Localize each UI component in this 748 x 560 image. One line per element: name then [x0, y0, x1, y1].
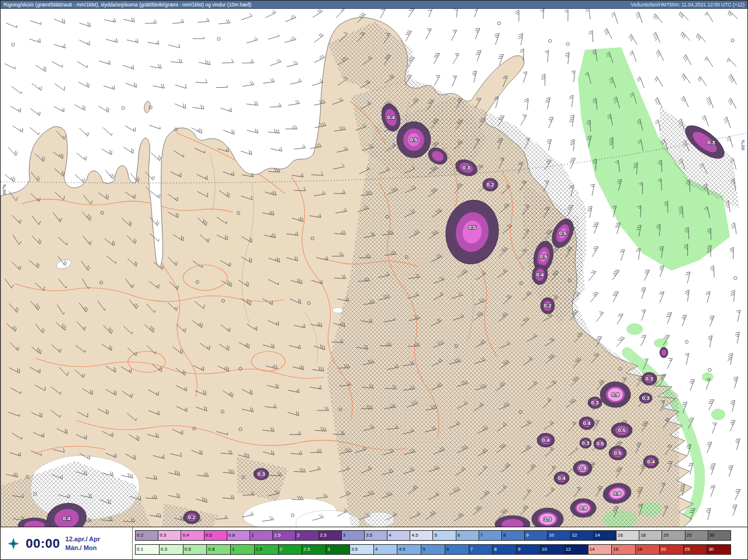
- legend-cell: 0.2: [135, 530, 158, 541]
- legend-cell: 8: [502, 530, 525, 541]
- precip-value-label: 0.4: [557, 475, 566, 481]
- legend-cell: 0.1: [135, 544, 160, 555]
- legend-cell: 5: [433, 530, 456, 541]
- legend-cell: 20: [660, 544, 684, 555]
- weather-map-app: Rigning/skúrir (grænt/blátt/rautt - mm/1…: [0, 0, 748, 560]
- legend-cell: 1.5: [255, 544, 279, 555]
- legend-cell: 8: [493, 544, 517, 555]
- legend-cell: 1: [250, 530, 273, 541]
- rain-color-scale: 0.10.30.50.811.522.533.544.5567891012141…: [135, 544, 731, 555]
- precip-green-patch: [711, 409, 725, 420]
- legend-cell: 25: [685, 530, 708, 541]
- precip-value-label: 0.5: [410, 136, 418, 143]
- forecast-day: Mán./ Mon: [65, 544, 101, 552]
- legend-cell: 1.5: [273, 530, 296, 541]
- legend-cell: 0.4: [181, 530, 204, 541]
- legend-cell: 4: [387, 530, 410, 541]
- precip-value-label: 0.5: [559, 230, 567, 236]
- precip-value-label: 0.4: [542, 437, 550, 443]
- precip-value-label: 0.5: [596, 440, 604, 447]
- map-area: 66°N 66°N 0.40.50.30.20.50.30.50.50.40.2…: [1, 9, 748, 528]
- legend-cell: 16: [612, 544, 636, 555]
- forecast-date: 12.apr./ Apr: [65, 535, 101, 543]
- legend-cell: 0.8: [207, 544, 231, 555]
- precip-value-label: 0.2: [486, 181, 494, 188]
- map-legend-title: Rigning/skúrir (grænt/blátt/rautt - mm/1…: [4, 2, 251, 8]
- legend-cell: 3.5: [350, 544, 374, 555]
- precip-value-label: 0.5: [614, 450, 622, 456]
- legend-cell: 18: [636, 544, 660, 555]
- precip-value-label: 0.8: [613, 490, 621, 496]
- precip-value-label: 0.3: [591, 399, 598, 406]
- legend-cell: 9: [517, 544, 541, 555]
- legend-cell: 7: [469, 544, 493, 555]
- compass-icon: [6, 537, 20, 551]
- precip-green-patch: [626, 323, 643, 335]
- footer-bar: 00:00 12.apr./ Apr Mán./ Mon 0.20.30.40.…: [1, 527, 747, 559]
- precip-value-label: 0.4: [647, 458, 655, 465]
- legend-cell: 3: [342, 530, 365, 541]
- precip-value-label: 0.3: [581, 440, 589, 446]
- precip-value-label: 0.8: [579, 465, 586, 471]
- legend-cell: 14: [588, 544, 612, 555]
- legend-cell: 25: [684, 544, 708, 555]
- legend-cell: 12: [565, 544, 588, 555]
- sleet-snow-color-scale: 0.20.30.40.50.811.522.533.544.5567891012…: [135, 530, 731, 541]
- legend-cell: 2: [296, 530, 318, 541]
- precip-value-label: 0.5: [539, 253, 548, 260]
- precip-value-label: 0.3: [707, 139, 715, 146]
- precip-value-label: 0.4: [583, 420, 591, 426]
- forecast-time: 00:00: [26, 536, 60, 551]
- legend-cell: 4: [374, 544, 398, 555]
- precip-value-label: 0.9: [579, 504, 587, 511]
- legend-cell: 20: [662, 530, 685, 541]
- header-bar: Rigning/skúrir (grænt/blátt/rautt - mm/1…: [1, 1, 747, 9]
- precip-value-label: 0.3: [257, 471, 265, 477]
- forecast-date-block: 12.apr./ Apr Mán./ Mon: [65, 535, 101, 552]
- legend-cell: 6: [445, 544, 469, 555]
- legend-cell: 6: [456, 530, 479, 541]
- legend-cell: 10: [548, 530, 570, 541]
- precip-value-label: 0.3: [642, 395, 649, 401]
- precip-value-label: 0.4: [536, 271, 544, 278]
- precip-value-label: 0.5: [468, 224, 476, 230]
- legend-cell: 30: [707, 544, 731, 555]
- precip-value-label: 0.3: [645, 375, 653, 382]
- legend-cell: 7: [479, 530, 502, 541]
- precip-value-label: 1.0: [543, 516, 551, 522]
- legend-cell: 18: [639, 530, 662, 541]
- precip-value-label: 0.4: [63, 515, 71, 521]
- legend-cell: 2.5: [302, 544, 326, 555]
- legend-cell: 0.5: [205, 530, 227, 541]
- legend-cell: 0.3: [158, 530, 181, 541]
- legend-cell: 16: [617, 530, 639, 541]
- legend-cell: 0.8: [227, 530, 250, 541]
- legend-cell: 2.5: [319, 530, 342, 541]
- legend-cell: 1: [231, 544, 255, 555]
- legend-cell: 5: [421, 544, 445, 555]
- model-run-info: Veðurstofan/HM750m: 11.04.2021 12:00 UTC…: [631, 2, 744, 8]
- precip-value-label: 0.9: [611, 391, 619, 397]
- precip-green-patch: [702, 372, 714, 382]
- legend-cell: 9: [525, 530, 548, 541]
- precip-green-patch: [654, 338, 668, 348]
- legend-cell: 4.5: [410, 530, 433, 541]
- time-date-block: 00:00 12.apr./ Apr Mán./ Mon: [1, 527, 133, 559]
- precip-value-label: 0.3: [462, 164, 470, 171]
- legend-cell: 0.3: [160, 544, 183, 555]
- legend-cell: 3: [326, 544, 350, 555]
- precip-value-label: 0.4: [387, 114, 395, 120]
- precip-value-label: 0.2: [188, 514, 195, 520]
- precip-value-label: 0.2: [543, 302, 551, 309]
- latitude-label-left: 66°N: [2, 184, 7, 195]
- legend-cell: 14: [594, 530, 617, 541]
- legend-cell: 10: [541, 544, 565, 555]
- legend-cell: 12: [571, 530, 594, 541]
- legend-cell: 3.5: [365, 530, 387, 541]
- legend-cell: 0.5: [183, 544, 207, 555]
- legend: 0.20.30.40.50.811.522.533.544.5567891012…: [133, 527, 747, 559]
- latitude-label-right: 66°N: [740, 140, 746, 150]
- legend-cell: 4.5: [397, 544, 421, 555]
- legend-cell: 2: [279, 544, 303, 555]
- precip-value-label: 0.5: [618, 427, 626, 433]
